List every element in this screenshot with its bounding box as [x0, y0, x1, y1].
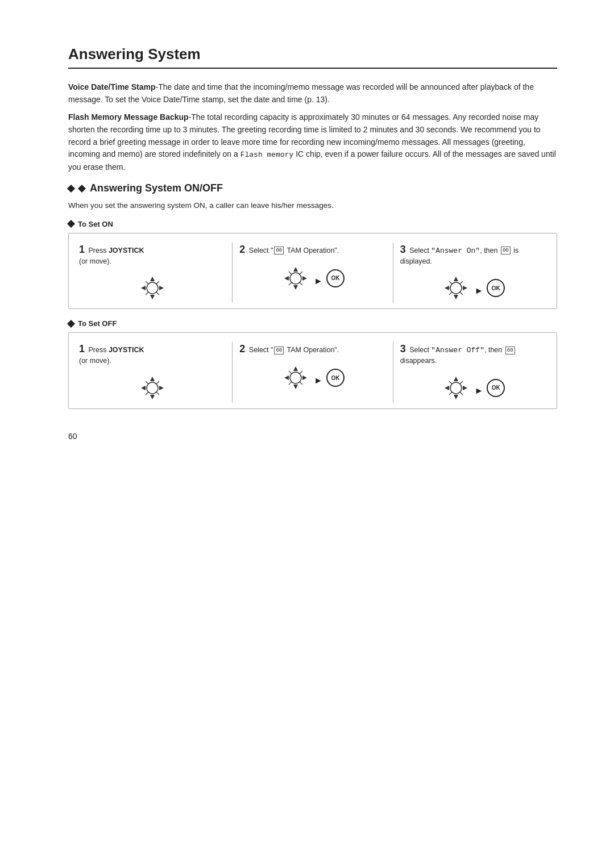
sep-off-1 — [232, 342, 233, 403]
step-off-number-1: 1 — [79, 343, 85, 354]
set-off-label-text: To Set OFF — [78, 319, 117, 328]
svg-line-14 — [289, 272, 292, 274]
set-on-step-2-text: 2 Select "00 TAM Operation". — [239, 243, 385, 257]
joystick-label: JOYSTICK — [109, 247, 144, 254]
svg-marker-21 — [445, 286, 449, 290]
step-2-off-icons: ► OK — [281, 363, 345, 393]
svg-line-34 — [146, 392, 148, 395]
svg-line-43 — [289, 382, 292, 385]
svg-line-25 — [449, 292, 452, 295]
svg-line-24 — [460, 281, 463, 284]
svg-marker-22 — [463, 286, 467, 290]
sep-off-2 — [393, 342, 393, 403]
svg-marker-11 — [293, 285, 298, 290]
step-off-number-3: 3 — [400, 343, 406, 354]
diamond-icon-2 — [78, 185, 86, 193]
svg-marker-29 — [150, 395, 155, 399]
page-title: Answering System — [68, 45, 557, 69]
svg-marker-19 — [454, 277, 458, 281]
diamond-icon-off — [67, 320, 75, 328]
svg-line-42 — [300, 371, 302, 374]
svg-line-32 — [146, 381, 148, 384]
section-title: Answering System ON/OFF — [68, 182, 557, 194]
svg-line-41 — [289, 371, 292, 374]
set-on-step-2: 2 Select "00 TAM Operation". ► OK — [235, 243, 390, 293]
svg-marker-48 — [445, 386, 449, 390]
svg-marker-39 — [284, 375, 289, 380]
arrow-off-2: ► — [314, 375, 323, 386]
joystick-svg-3 — [441, 273, 471, 303]
intro-block: Voice Date/Time Stamp-The date and time … — [68, 81, 557, 173]
intro-p2-bold: Flash Memory Message Backup — [68, 112, 189, 122]
svg-line-16 — [289, 282, 292, 285]
svg-line-15 — [300, 272, 302, 274]
set-off-step-2-text: 2 Select "00 TAM Operation". — [239, 342, 385, 356]
set-on-label: To Set ON — [68, 220, 557, 228]
svg-marker-46 — [454, 377, 458, 381]
sep-on-1 — [232, 243, 233, 303]
diamond-icon-1 — [67, 185, 75, 193]
joystick-off-label: JOYSTICK — [109, 346, 144, 354]
tam-icon-3: 00 — [501, 247, 511, 254]
set-off-step-2: 2 Select "00 TAM Operation". ► OK — [235, 342, 390, 393]
set-on-steps: 1 Press JOYSTICK(or move). — [74, 243, 551, 303]
svg-line-17 — [300, 282, 302, 285]
ok-off-2: OK — [326, 369, 345, 387]
set-on-step-3-text: 3 Select "Answer On", then 00 is display… — [400, 243, 546, 267]
svg-marker-30 — [141, 386, 146, 390]
svg-line-8 — [156, 292, 159, 295]
section-description: When you set the answering system ON, a … — [68, 200, 557, 211]
ok-button-3: OK — [487, 279, 505, 297]
step-1-on-icons — [138, 273, 167, 303]
intro-p1-bold: Voice Date/Time Stamp — [68, 82, 156, 91]
svg-line-6 — [156, 281, 159, 284]
step-3-on-icons: ► OK — [441, 273, 505, 303]
svg-marker-38 — [293, 385, 298, 389]
set-on-step-1-text: 1 Press JOYSTICK(or move). — [79, 243, 225, 267]
svg-line-26 — [460, 292, 463, 295]
set-off-steps: 1 Press JOYSTICK(or move). — [74, 342, 551, 403]
svg-marker-4 — [159, 286, 164, 290]
set-off-step-3: 3 Select "Answer Off", then 00 disappear… — [396, 342, 551, 403]
svg-line-33 — [156, 381, 159, 384]
svg-marker-49 — [463, 386, 467, 390]
tam-icon-off-3: 00 — [505, 347, 515, 354]
set-off-step-3-text: 3 Select "Answer Off", then 00 disappear… — [400, 342, 546, 366]
svg-marker-47 — [454, 395, 458, 399]
svg-marker-20 — [454, 295, 458, 299]
svg-marker-13 — [302, 276, 307, 281]
svg-line-44 — [300, 382, 302, 385]
svg-line-7 — [146, 292, 148, 295]
joystick-svg-2 — [281, 264, 310, 293]
step-number-3: 3 — [400, 244, 406, 255]
intro-p2-code: Flash memory — [240, 151, 294, 159]
step-number-2: 2 — [239, 244, 245, 255]
joystick-off-svg-3 — [441, 373, 471, 403]
ok-off-3: OK — [487, 379, 505, 397]
svg-line-50 — [449, 381, 452, 384]
section-title-text: Answering System ON/OFF — [90, 182, 223, 194]
svg-marker-40 — [302, 375, 307, 380]
joystick-svg — [138, 273, 167, 303]
svg-marker-12 — [284, 276, 289, 281]
svg-line-35 — [156, 392, 159, 395]
tam-icon: 00 — [274, 247, 284, 254]
step-2-on-icons: ► OK — [281, 264, 345, 293]
set-off-step-1: 1 Press JOYSTICK(or move). — [74, 342, 230, 403]
svg-marker-1 — [150, 277, 155, 281]
svg-marker-10 — [293, 267, 298, 272]
step-3-off-icons: ► OK — [441, 373, 505, 403]
svg-line-53 — [460, 392, 463, 395]
svg-line-5 — [146, 281, 148, 284]
svg-marker-28 — [150, 377, 155, 381]
tam-icon-off-2: 00 — [274, 347, 284, 354]
step-number: 1 — [79, 244, 85, 255]
page-number: 60 — [68, 432, 557, 441]
sep-on-2 — [393, 243, 393, 303]
intro-paragraph-1: Voice Date/Time Stamp-The date and time … — [68, 81, 557, 106]
arrow-off-3: ► — [474, 386, 483, 396]
arrow-icon: ► — [314, 276, 323, 286]
svg-marker-2 — [150, 295, 155, 299]
ok-button: OK — [326, 269, 345, 287]
set-on-step-3: 3 Select "Answer On", then 00 is display… — [396, 243, 551, 303]
